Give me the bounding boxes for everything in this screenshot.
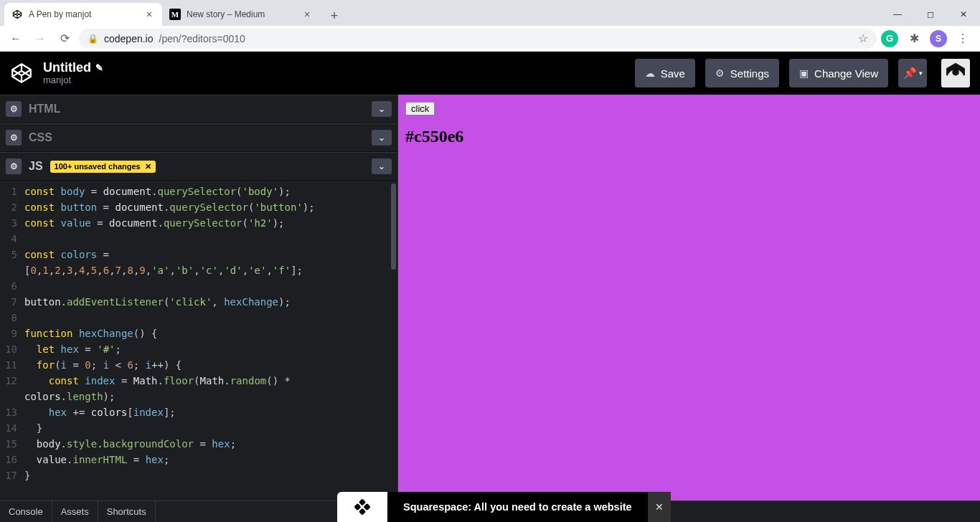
pen-author[interactable]: manjot [43,75,103,85]
line-number: 7 [0,294,24,310]
close-icon[interactable]: × [143,9,155,20]
pin-icon: 📌 [903,67,917,80]
line-number [0,389,24,404]
tab-title: A Pen by manjot [29,9,138,19]
line-number: 17 [0,468,24,483]
console-button[interactable]: Console [0,501,52,522]
squarespace-logo[interactable] [337,492,387,522]
code-line[interactable]: [0,1,2,3,4,5,6,7,8,9,'a','b','c','d','e'… [0,262,397,278]
settings-button[interactable]: ⚙ Settings [705,59,779,87]
line-number: 2 [0,199,24,215]
assets-button[interactable]: Assets [52,501,98,522]
badge-text: 100+ unsaved changes [55,162,141,171]
gear-icon[interactable]: ⚙ [6,158,22,174]
code-line[interactable]: 8 [0,310,397,326]
css-panel-header[interactable]: ⚙ CSS ⌄ [0,123,397,152]
code-line[interactable]: colors.length); [0,389,397,404]
url-path: /pen/?editors=0010 [159,33,245,44]
reload-button[interactable]: ⟳ [55,29,75,49]
code-line[interactable]: 9function hexChange() { [0,326,397,341]
chevron-down-icon[interactable]: ⌄ [372,101,392,117]
extension-icons: G ✱ S ⋮ [881,30,974,47]
code-line[interactable]: 7button.addEventListener('click', hexCha… [0,294,397,310]
close-icon[interactable]: ✕ [648,492,671,522]
chrome-menu-icon[interactable]: ⋮ [954,30,971,47]
code-line[interactable]: 12 const index = Math.floor(Math.random(… [0,373,397,389]
line-number: 15 [0,436,24,452]
extensions-menu-icon[interactable]: ✱ [905,30,923,47]
pen-title-block: Untitled ✎ manjot [43,61,103,85]
code-line[interactable]: 17} [0,468,397,483]
forward-button[interactable]: → [30,29,50,49]
code-line[interactable]: 15 body.style.backgroundColor = hex; [0,436,397,452]
minimize-button[interactable]: ― [881,3,914,26]
gear-icon[interactable]: ⚙ [6,101,22,117]
line-number: 16 [0,452,24,468]
code-line[interactable]: 5const colors = [0,247,397,262]
code-line[interactable]: 16 value.innerHTML = hex; [0,452,397,468]
code-line[interactable]: 1const body = document.querySelector('bo… [0,184,397,199]
gear-icon: ⚙ [715,67,725,79]
new-tab-button[interactable]: + [324,6,344,26]
preview-pane: click #c550e6 [398,95,980,500]
code-line[interactable]: 3const value = document.querySelector('h… [0,215,397,231]
preview-hex-heading: #c550e6 [405,127,973,146]
sponsor-text[interactable]: Squarespace: All you need to create a we… [387,492,648,522]
editor-scrollbar[interactable] [391,184,396,270]
change-view-button[interactable]: ▣ Change View [789,59,888,87]
user-avatar[interactable] [941,59,970,87]
profile-avatar-icon[interactable]: S [930,30,947,47]
grammarly-extension-icon[interactable]: G [881,30,898,47]
chevron-down-icon: ▾ [919,70,923,77]
sponsor-banner: Squarespace: All you need to create a we… [337,492,671,522]
code-line[interactable]: 11 for(i = 0; i < 6; i++) { [0,357,397,373]
line-number: 11 [0,357,24,373]
code-line[interactable]: 2const button = document.querySelector('… [0,199,397,215]
codepen-header: Untitled ✎ manjot ☁ Save ⚙ Settings ▣ Ch… [0,52,980,95]
gear-icon[interactable]: ⚙ [6,130,22,146]
save-label: Save [661,67,685,80]
settings-label: Settings [730,67,769,80]
line-number: 9 [0,326,24,341]
pencil-icon[interactable]: ✎ [95,63,103,73]
code-line[interactable]: 14 } [0,420,397,436]
css-label: CSS [29,131,52,144]
js-panel-header[interactable]: ⚙ JS 100+ unsaved changes ✕ ⌄ [0,152,397,181]
code-line[interactable]: 6 [0,278,397,294]
codepen-app: Untitled ✎ manjot ☁ Save ⚙ Settings ▣ Ch… [0,52,980,522]
unsaved-changes-badge[interactable]: 100+ unsaved changes ✕ [50,161,156,173]
bookmark-star-icon[interactable]: ☆ [858,32,868,45]
line-number [0,262,24,278]
line-number: 6 [0,278,24,294]
close-icon[interactable]: × [301,9,313,20]
chevron-down-icon[interactable]: ⌄ [372,130,392,146]
chevron-down-icon[interactable]: ⌄ [372,158,392,174]
pin-button[interactable]: 📌 ▾ [898,59,927,87]
code-line[interactable]: 10 let hex = '#'; [0,341,397,357]
save-button[interactable]: ☁ Save [635,59,695,87]
html-label: HTML [29,103,60,115]
window-controls: ― ◻ ✕ [881,3,980,26]
line-number: 3 [0,215,24,231]
browser-tab[interactable]: M New story – Medium × [162,3,320,26]
line-number: 14 [0,420,24,436]
layout-icon: ▣ [799,67,809,79]
codepen-main: ⚙ HTML ⌄ ⚙ CSS ⌄ ⚙ JS 100+ unsaved chang… [0,95,980,500]
address-bar[interactable]: 🔒 codepen.io/pen/?editors=0010 ☆ [79,29,877,49]
code-line[interactable]: 4 [0,231,397,247]
pen-title-row[interactable]: Untitled ✎ [43,61,103,75]
browser-tabstrip: A Pen by manjot × M New story – Medium ×… [0,0,980,26]
shortcuts-button[interactable]: Shortcuts [98,501,156,522]
close-window-button[interactable]: ✕ [947,3,980,26]
browser-tab-active[interactable]: A Pen by manjot × [4,3,162,26]
js-editor[interactable]: 1const body = document.querySelector('bo… [0,181,397,500]
codepen-logo[interactable] [10,62,33,85]
close-icon[interactable]: ✕ [145,162,151,171]
code-line[interactable]: 13 hex += colors[index]; [0,404,397,420]
html-panel-header[interactable]: ⚙ HTML ⌄ [0,95,397,123]
preview-click-button[interactable]: click [405,102,435,115]
back-button[interactable]: ← [6,29,26,49]
svg-rect-3 [363,503,370,511]
url-host: codepen.io [104,33,154,44]
maximize-button[interactable]: ◻ [914,3,947,26]
